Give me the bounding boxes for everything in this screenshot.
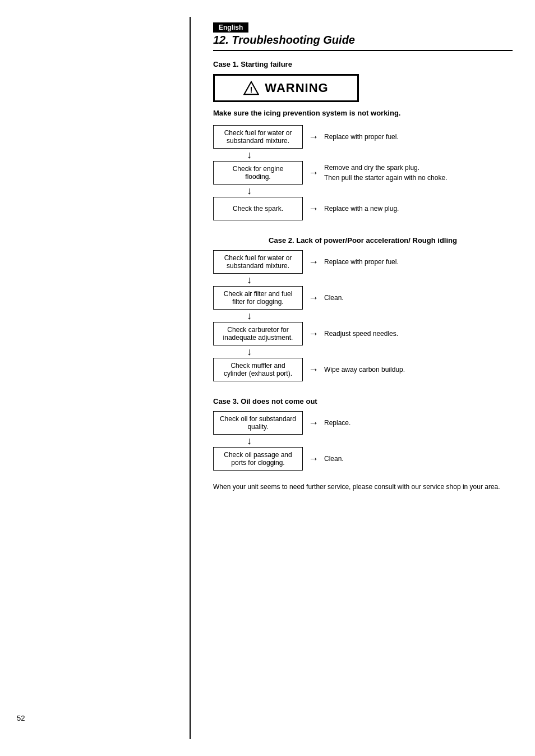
- case2-step4-result: Wipe away carbon buildup.: [324, 365, 513, 375]
- case3-step2-arrow: →: [308, 453, 319, 465]
- case2-step4-row: Check muffler and cylinder (exhaust port…: [213, 358, 513, 381]
- case2-step4-arrow: →: [308, 364, 319, 376]
- case3-step1-box: Check oil for substandard quality.: [213, 411, 303, 435]
- case3-down1: ↓: [213, 436, 513, 446]
- warning-box: ! WARNING: [213, 74, 359, 102]
- case3-step2-box: Check oil passage and ports for clogging…: [213, 447, 303, 471]
- case2-step1-result: Replace with proper fuel.: [324, 257, 513, 267]
- warning-triangle-icon: !: [243, 80, 259, 96]
- case1-step1-result: Replace with proper fuel.: [324, 132, 513, 142]
- warning-label: WARNING: [265, 81, 328, 95]
- case2-step1-box: Check fuel for water or substandard mixt…: [213, 250, 303, 274]
- case2-down2: ↓: [213, 311, 513, 321]
- language-badge: English: [213, 22, 248, 33]
- case2-step2-result: Clean.: [324, 293, 513, 303]
- warning-description: Make sure the icing prevention system is…: [213, 109, 513, 117]
- case3-step1-result: Replace.: [324, 418, 513, 428]
- chapter-title: 12. Troubleshooting Guide: [213, 34, 513, 51]
- case1-step1-row: Check fuel for water or substandard mixt…: [213, 125, 513, 149]
- case2-step2-arrow: →: [308, 292, 319, 304]
- case3-title: Case 3. Oil does not come out: [213, 397, 513, 405]
- case1-step3-arrow: →: [308, 203, 319, 215]
- case3-step1-arrow: →: [308, 417, 319, 429]
- case1-step3-box: Check the spark.: [213, 197, 303, 220]
- case2-flowchart: Check fuel for water or substandard mixt…: [213, 250, 513, 381]
- svg-text:!: !: [250, 85, 253, 94]
- page: 52 English 12. Troubleshooting Guide Cas…: [0, 0, 535, 756]
- case2-title: Case 2. Lack of power/Poor acceleration/…: [213, 236, 513, 245]
- case2-step4-box: Check muffler and cylinder (exhaust port…: [213, 358, 303, 381]
- case2-step2-row: Check air filter and fuel filter for clo…: [213, 286, 513, 310]
- case2-step2-box: Check air filter and fuel filter for clo…: [213, 286, 303, 310]
- case1-step2-result: Remove and dry the spark plug. Then pull…: [324, 163, 513, 183]
- case3-step2-result: Clean.: [324, 454, 513, 464]
- case3-step2-row: Check oil passage and ports for clogging…: [213, 447, 513, 471]
- case2-step1-row: Check fuel for water or substandard mixt…: [213, 250, 513, 274]
- case1-down2: ↓: [213, 186, 513, 196]
- case2-step1-arrow: →: [308, 256, 319, 268]
- case2-step3-result: Readjust speed needles.: [324, 329, 513, 339]
- case2-step3-arrow: →: [308, 328, 319, 340]
- case3-step1-row: Check oil for substandard quality. → Rep…: [213, 411, 513, 435]
- case1-flowchart: Check fuel for water or substandard mixt…: [213, 125, 513, 220]
- case1-step2-row: Check for engine flooding. → Remove and …: [213, 161, 513, 185]
- case1-step2-box: Check for engine flooding.: [213, 161, 303, 185]
- case1-step3-row: Check the spark. → Replace with a new pl…: [213, 197, 513, 220]
- case1-step1-arrow: →: [308, 131, 319, 143]
- page-number: 52: [17, 714, 25, 722]
- case1-step3-result: Replace with a new plug.: [324, 204, 513, 214]
- case1-title: Case 1. Starting failure: [213, 60, 513, 68]
- case1-down1: ↓: [213, 150, 513, 160]
- right-column: English 12. Troubleshooting Guide Case 1…: [191, 17, 535, 739]
- case2-step3-box: Check carburetor for inadequate adjustme…: [213, 322, 303, 345]
- footer-text: When your unit seems to need further ser…: [213, 482, 513, 492]
- case1-step1-box: Check fuel for water or substandard mixt…: [213, 125, 303, 149]
- case1-step2-arrow: →: [308, 167, 319, 179]
- left-column: 52: [0, 17, 191, 739]
- case3-flowchart: Check oil for substandard quality. → Rep…: [213, 411, 513, 471]
- case2-step3-row: Check carburetor for inadequate adjustme…: [213, 322, 513, 345]
- case2-down3: ↓: [213, 347, 513, 357]
- case2-down1: ↓: [213, 275, 513, 285]
